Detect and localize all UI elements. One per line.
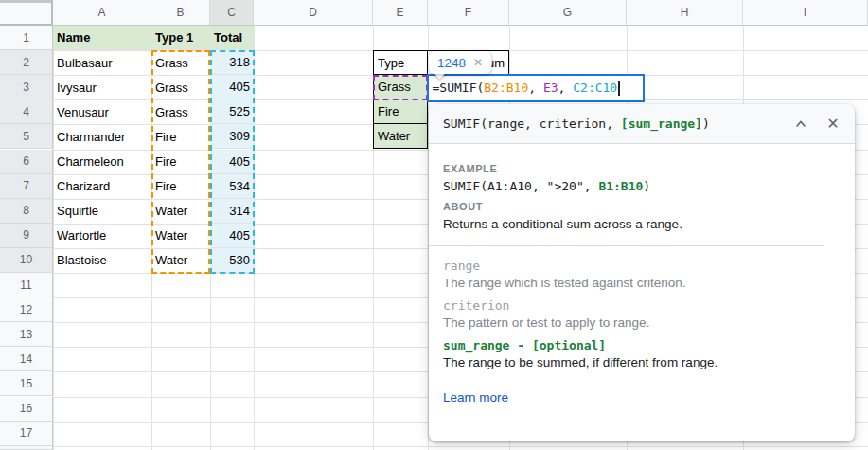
row-header-8[interactable]: 8 (0, 199, 53, 224)
param-desc-criterion: The pattern or test to apply to range. (443, 315, 840, 330)
function-help-popup: SUMIF(range, criterion, [sum_range]) ✕ E… (429, 104, 855, 441)
column-header-A[interactable]: A (53, 0, 151, 26)
row-header-16[interactable]: 16 (0, 397, 53, 422)
column-header-H[interactable]: H (627, 0, 743, 26)
function-help-header: SUMIF(range, criterion, [sum_range]) ✕ (429, 104, 855, 144)
column-header-I[interactable]: I (743, 0, 868, 26)
header-cell-type-1[interactable]: Type 1 (151, 26, 210, 50)
formula-token: E3 (543, 81, 558, 95)
row-header-6[interactable]: 6 (0, 150, 53, 174)
header-cell-name[interactable]: Name (53, 26, 151, 50)
about-label: ABOUT (443, 201, 840, 212)
row-header-15[interactable]: 15 (0, 371, 53, 396)
result-preview-value: 1248 (437, 56, 466, 70)
cell-A2[interactable]: Bulbasaur (53, 50, 151, 75)
row-header-4[interactable]: 4 (0, 99, 53, 124)
signature-prefix: SUMIF(range, criterion, (443, 117, 621, 131)
column-header-G[interactable]: G (509, 0, 627, 26)
row-header-13[interactable]: 13 (0, 322, 53, 347)
column-header-B[interactable]: B (151, 0, 210, 26)
result-preview-chip: 1248✕ (429, 51, 491, 74)
cell-A6[interactable]: Charmeleon (53, 150, 151, 174)
about-text: Returns a conditional sum across a range… (443, 217, 840, 231)
param-desc-range: The range which is tested against criter… (443, 276, 840, 290)
gridline-horizontal (53, 446, 868, 447)
signature-optional-arg: [sum_range] (621, 117, 702, 131)
column-header-F[interactable]: F (428, 0, 509, 26)
cell-A5[interactable]: Charmander (53, 124, 151, 149)
learn-more-link[interactable]: Learn more (443, 390, 508, 405)
formula-input[interactable]: =SUMIF(B2:B10, E3, C2:C10 (427, 74, 645, 102)
cell-A7[interactable]: Charizard (53, 174, 151, 199)
row-header-10[interactable]: 10 (0, 248, 53, 273)
row-header-9[interactable]: 9 (0, 224, 53, 248)
popup-actions: ✕ (792, 116, 841, 133)
row-header-1[interactable]: 1 (0, 26, 53, 50)
row-header-11[interactable]: 11 (0, 273, 53, 297)
chip-close-icon[interactable]: ✕ (473, 56, 483, 69)
formula-token: , (558, 81, 574, 95)
collapse-chevron-icon[interactable] (792, 116, 809, 133)
param-name-range: range (443, 259, 840, 273)
param-name-sum-range: sum_range - [optional] (443, 338, 840, 352)
formula-token: C2:C10 (573, 81, 617, 95)
formula-token: , (528, 81, 543, 95)
criterion-cell-border-E3[interactable] (373, 75, 428, 100)
popup-body: EXAMPLE SUMIF(A1:A10, ">20", B1:B10) ABO… (429, 144, 855, 405)
row-header-17[interactable]: 17 (0, 422, 53, 446)
row-header-2[interactable]: 2 (0, 50, 53, 75)
corner-strip (0, 0, 51, 3)
cell-A4[interactable]: Venusaur (53, 99, 151, 124)
row-header-7[interactable]: 7 (0, 174, 53, 199)
example-prefix: SUMIF(A1:A10, ">20", (443, 179, 598, 193)
range-border-C2-C10[interactable] (210, 50, 255, 274)
cell-A10[interactable]: Blastoise (53, 248, 151, 273)
range-border-B2-B10[interactable] (151, 50, 210, 274)
cell-A8[interactable]: Squirtle (53, 199, 151, 224)
formula-token: =SUMIF( (433, 81, 485, 95)
row-header-partial (0, 446, 53, 450)
cell-A3[interactable]: Ivysaur (53, 75, 151, 99)
cell-E5[interactable]: Water (373, 124, 428, 149)
text-caret (618, 81, 620, 96)
row-header-3[interactable]: 3 (0, 75, 53, 99)
select-all-corner[interactable] (0, 0, 53, 26)
column-header-E[interactable]: E (373, 0, 428, 26)
example-sum-range: B1:B10 (598, 179, 643, 193)
spreadsheet: ABCDEFGHI1234567891011121314151617NameTy… (0, 0, 868, 450)
row-header-14[interactable]: 14 (0, 347, 53, 371)
example-label: EXAMPLE (443, 163, 840, 174)
column-header-C[interactable]: C (210, 0, 254, 26)
popup-divider (429, 245, 824, 246)
row-header-12[interactable]: 12 (0, 297, 53, 322)
example-code: SUMIF(A1:A10, ">20", B1:B10) (443, 179, 840, 193)
function-signature: SUMIF(range, criterion, [sum_range]) (443, 117, 792, 131)
close-icon[interactable]: ✕ (824, 116, 841, 133)
param-desc-sum-range: The range to be summed, if different fro… (443, 355, 840, 369)
param-name-criterion: criterion (443, 298, 840, 313)
column-header-D[interactable]: D (254, 0, 373, 26)
row-header-5[interactable]: 5 (0, 124, 53, 149)
cell-A9[interactable]: Wartortle (53, 224, 151, 248)
cell-E4[interactable]: Fire (373, 99, 428, 124)
example-suffix: ) (643, 179, 650, 193)
formula-token: B2:B10 (484, 81, 528, 95)
header-cell-total[interactable]: Total (210, 26, 254, 50)
signature-suffix: ) (702, 117, 710, 131)
cell-E2[interactable]: Type (373, 50, 428, 75)
